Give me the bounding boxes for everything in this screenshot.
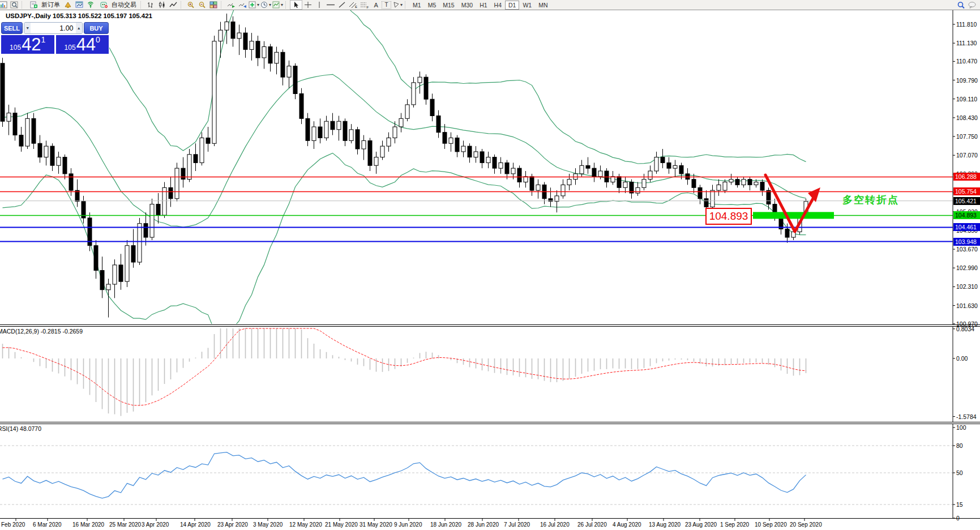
price-axis-flag: 103.948 — [953, 238, 980, 246]
y-axis-tick: 107.070 — [956, 152, 978, 159]
sell-price-display[interactable]: 105 42 1 — [1, 35, 54, 54]
bollinger-middle-band — [3, 74, 806, 227]
sell-price-point: 1 — [41, 36, 46, 43]
macd-pane[interactable] — [3, 328, 806, 416]
x-axis-tick: 9 Jun 2020 — [394, 522, 422, 528]
main-pane[interactable] — [0, 0, 953, 337]
y-axis-tick: 109.790 — [956, 77, 978, 84]
x-axis-tick: 23 Aug 2020 — [685, 522, 717, 528]
rsi-indicator-label: RSI(14) 48.0770 — [0, 425, 41, 432]
annotation-note-text[interactable]: 多空转折点 — [842, 193, 899, 207]
volume-input[interactable] — [31, 24, 75, 33]
price-axis-flag: 104.893 — [953, 211, 980, 219]
pane-separator[interactable] — [0, 324, 980, 327]
x-axis-tick: 13 Aug 2020 — [649, 522, 681, 528]
rsi-axis-tick: 50 — [956, 469, 963, 476]
rsi-axis-tick: 80 — [956, 442, 963, 449]
x-axis-tick: 14 Apr 2020 — [180, 522, 211, 528]
x-axis-tick: 7 Jul 2020 — [504, 522, 530, 528]
macd-axis-tick: 0.00 — [956, 355, 968, 362]
buy-button[interactable]: BUY — [84, 22, 109, 34]
y-axis-tick: 109.110 — [956, 96, 977, 102]
macd-signal-line — [3, 328, 806, 405]
x-axis-tick: 6 Mar 2020 — [33, 522, 62, 528]
y-axis-tick: 102.990 — [956, 264, 978, 271]
y-axis-tick: 102.310 — [956, 283, 978, 290]
annotation-price-label[interactable]: 104.893 — [705, 208, 752, 225]
x-axis-tick: 26 Jul 2020 — [577, 522, 607, 528]
buy-price-pips: 44 — [76, 36, 96, 53]
y-axis-tick: 103.670 — [956, 246, 978, 253]
macd-indicator-label: MACD(12,26,9) -0.2815 -0.2659 — [0, 328, 83, 335]
x-axis-tick: 21 May 2020 — [325, 522, 358, 528]
y-axis-tick: 110.470 — [956, 58, 977, 65]
one-click-trading-panel: SELL ▼ ▲ BUY 105 42 1 105 44 0 — [1, 22, 109, 54]
chart-bottom-border — [0, 518, 980, 519]
y-axis-tick: 108.430 — [956, 114, 978, 121]
x-axis-tick: 12 May 2020 — [289, 522, 322, 528]
chart-canvas[interactable] — [0, 0, 980, 530]
x-axis-tick: 1 Sep 2020 — [720, 522, 749, 528]
macd-axis-tick: -1.5784 — [956, 413, 977, 420]
rsi-axis-tick: 100 — [956, 424, 966, 431]
candles — [1, 14, 808, 318]
support-zone-rect[interactable] — [753, 212, 834, 219]
x-axis-tick: 20 Sep 2020 — [790, 522, 822, 528]
x-axis-tick: 18 Jun 2020 — [430, 522, 461, 528]
rsi-axis-tick: 0 — [956, 515, 960, 522]
y-axis-tick: 107.750 — [956, 133, 978, 140]
bollinger-upper-band — [3, 0, 806, 164]
price-axis-flag: 104.461 — [953, 223, 980, 231]
x-axis-tick: 16 Jul 2020 — [540, 522, 570, 528]
y-axis-tick: 111.130 — [956, 40, 977, 46]
buy-price-display[interactable]: 105 44 0 — [56, 35, 109, 54]
chart-title: USDJPY-,Daily 105.313 105.522 105.197 10… — [6, 12, 152, 19]
y-axis-tick: 101.630 — [956, 302, 978, 309]
x-axis-tick: 25 Mar 2020 — [109, 522, 141, 528]
x-axis-tick: 3 May 2020 — [253, 522, 283, 528]
x-axis-tick: 31 May 2020 — [360, 522, 392, 528]
rsi-axis-tick: 15 — [956, 501, 963, 508]
x-axis-tick: 3 Apr 2020 — [142, 522, 169, 528]
price-axis-flag: 105.754 — [953, 187, 980, 195]
macd-axis-tick: 0.8034 — [956, 326, 974, 332]
rsi-line — [3, 452, 806, 498]
x-axis-tick: Feb 2020 — [1, 522, 25, 528]
x-axis-tick: 23 Apr 2020 — [217, 522, 248, 528]
rsi-pane[interactable] — [0, 446, 953, 505]
buy-price-point: 0 — [96, 36, 100, 43]
sell-button[interactable]: SELL — [1, 22, 23, 34]
x-axis-tick: 4 Aug 2020 — [613, 522, 641, 528]
price-axis-flag: 106.288 — [953, 173, 980, 181]
pane-separator[interactable] — [0, 422, 980, 424]
x-axis-tick: 16 Mar 2020 — [72, 522, 104, 528]
x-axis-tick: 10 Sep 2020 — [755, 522, 787, 528]
buy-price-figure: 105 — [65, 42, 76, 53]
sell-price-pips: 42 — [22, 36, 41, 53]
price-axis-flag: 105.421 — [953, 197, 980, 205]
volume-decrease-button[interactable]: ▼ — [24, 23, 31, 33]
reversal-arrow-head — [808, 187, 820, 202]
sell-price-figure: 105 — [10, 42, 21, 53]
mt4-window: 新订单 自动交易 — [0, 0, 980, 530]
y-axis-tick: 111.810 — [956, 21, 977, 28]
x-axis-tick: 28 Jun 2020 — [468, 522, 499, 528]
volume-increase-button[interactable]: ▲ — [76, 23, 82, 33]
bollinger-lower-band — [3, 153, 806, 337]
